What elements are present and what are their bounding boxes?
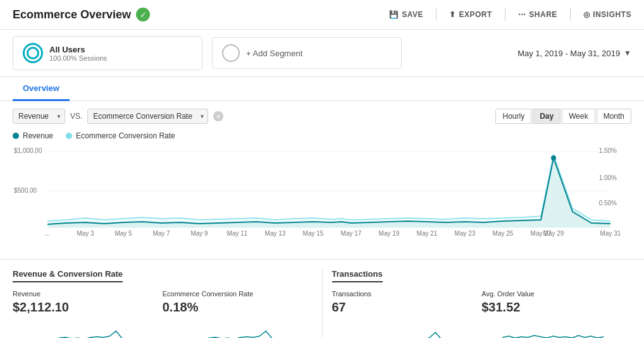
- save-icon: 💾: [389, 10, 399, 19]
- revenue-dot: [13, 133, 19, 139]
- metric1-select[interactable]: Revenue: [13, 109, 65, 124]
- svg-text:May 13: May 13: [265, 230, 286, 237]
- controls-left: Revenue VS. Ecommerce Conversion Rate ✕: [13, 109, 223, 124]
- mini-chart-avg-order: [481, 318, 625, 338]
- metric-revenue-value: $2,112.10: [13, 300, 156, 315]
- revenue-label: Revenue: [23, 131, 53, 140]
- save-button[interactable]: 💾 Save: [389, 10, 423, 19]
- svg-text:May 15: May 15: [303, 230, 324, 237]
- export-button[interactable]: ⬆ Export: [449, 10, 492, 19]
- segment-sub: 100.00% Sessions: [49, 54, 107, 62]
- metric-transactions-value: 67: [332, 300, 476, 315]
- header: Ecommerce Overview ✓ 💾 Save ⬆ Export ⋯ S…: [0, 0, 644, 30]
- legend-conversion: Ecommerce Conversion Rate: [66, 131, 175, 140]
- metric-conversion-value: 0.18%: [163, 300, 306, 315]
- metric1-wrapper: Revenue: [13, 109, 65, 124]
- week-button[interactable]: Week: [562, 109, 595, 124]
- svg-text:May 19: May 19: [379, 230, 400, 237]
- svg-text:May 3: May 3: [77, 230, 94, 237]
- svg-text:May 31: May 31: [600, 230, 621, 237]
- divider: [505, 8, 505, 21]
- summary-metrics-transactions: Transactions 67 Avg. Order Value $31.52: [332, 290, 632, 338]
- summary-group-revenue: Revenue & Conversion Rate Revenue $2,112…: [13, 269, 313, 338]
- metric-revenue-label: Revenue: [13, 290, 156, 298]
- add-segment-label: + Add Segment: [246, 49, 302, 58]
- add-segment-icon: [222, 44, 240, 62]
- tabs: Overview: [0, 77, 644, 101]
- summary-group-transactions: Transactions Transactions 67 Avg. Order …: [332, 269, 632, 338]
- time-buttons: Hourly Day Week Month: [495, 109, 631, 124]
- svg-point-10: [551, 155, 556, 160]
- date-range-picker[interactable]: May 1, 2019 - May 31, 2019 ▼: [517, 49, 631, 58]
- segments-bar: All Users 100.00% Sessions + Add Segment…: [0, 30, 644, 77]
- active-segment[interactable]: All Users 100.00% Sessions: [13, 36, 202, 70]
- vs-label: VS.: [70, 112, 82, 121]
- metric-transactions-label: Transactions: [332, 290, 476, 298]
- add-segment-button[interactable]: + Add Segment: [212, 37, 402, 69]
- svg-marker-8: [47, 155, 610, 227]
- page-title: Ecommerce Overview: [13, 8, 131, 21]
- svg-text:May 9: May 9: [190, 230, 208, 237]
- hourly-button[interactable]: Hourly: [495, 109, 531, 124]
- metric2-wrapper: Ecommerce Conversion Rate: [87, 109, 208, 124]
- svg-text:1.50%: 1.50%: [599, 147, 617, 154]
- conversion-dot: [66, 133, 72, 139]
- metric-avg-order-value: $31.52: [481, 300, 625, 315]
- metric-avg-order: Avg. Order Value $31.52: [481, 290, 631, 338]
- metric-conversion-label: Ecommerce Conversion Rate: [163, 290, 306, 298]
- svg-text:May 7: May 7: [152, 230, 170, 237]
- day-button[interactable]: Day: [533, 109, 560, 124]
- svg-text:May 23: May 23: [455, 230, 476, 237]
- mini-chart-revenue: [13, 318, 156, 338]
- metric-revenue: Revenue $2,112.10: [13, 290, 163, 338]
- insights-button[interactable]: ◎ Insights: [583, 10, 631, 19]
- segment-circle-inner: [27, 47, 39, 59]
- group-title-transactions: Transactions: [332, 269, 383, 282]
- summary-section: Revenue & Conversion Rate Revenue $2,112…: [0, 259, 644, 338]
- segment-info: All Users 100.00% Sessions: [49, 45, 107, 62]
- metric2-select[interactable]: Ecommerce Conversion Rate: [87, 109, 208, 124]
- header-left: Ecommerce Overview ✓: [13, 8, 150, 21]
- controls-row: Revenue VS. Ecommerce Conversion Rate ✕ …: [0, 101, 644, 131]
- svg-text:1.00%: 1.00%: [599, 174, 617, 181]
- svg-text:May 17: May 17: [341, 230, 362, 237]
- svg-text:May 21: May 21: [417, 230, 438, 237]
- mini-chart-transactions: [332, 318, 476, 338]
- header-actions: 💾 Save ⬆ Export ⋯ Share ◎ Insights: [389, 8, 631, 21]
- svg-text:...: ...: [45, 230, 50, 237]
- mini-chart-conversion: [163, 318, 306, 338]
- divider: [436, 8, 437, 21]
- svg-text:$1,000.00: $1,000.00: [14, 147, 42, 154]
- svg-text:May 11: May 11: [227, 230, 248, 237]
- chart-container: $1,000.00 $500.00 1.50% 1.00% 0.50% ... …: [0, 145, 644, 256]
- metric-avg-order-label: Avg. Order Value: [481, 290, 625, 298]
- svg-text:$500.00: $500.00: [14, 187, 37, 194]
- share-button[interactable]: ⋯ Share: [518, 10, 557, 19]
- svg-text:May 29: May 29: [543, 230, 564, 237]
- segment-name: All Users: [49, 45, 107, 54]
- legend-revenue: Revenue: [13, 131, 53, 140]
- insights-icon: ◎: [583, 10, 590, 19]
- export-icon: ⬆: [449, 10, 456, 19]
- segment-icon: [23, 43, 43, 63]
- clear-button[interactable]: ✕: [213, 111, 223, 121]
- svg-text:May 5: May 5: [115, 230, 132, 237]
- conversion-label: Ecommerce Conversion Rate: [76, 131, 175, 140]
- share-icon: ⋯: [518, 10, 526, 19]
- main-chart: $1,000.00 $500.00 1.50% 1.00% 0.50% ... …: [13, 145, 631, 237]
- metric-conversion: Ecommerce Conversion Rate 0.18%: [163, 290, 313, 338]
- chart-legend: Revenue Ecommerce Conversion Rate: [0, 131, 644, 145]
- chevron-down-icon: ▼: [624, 49, 631, 57]
- summary-metrics-revenue: Revenue $2,112.10 Ecommerce Conversion R…: [13, 290, 313, 338]
- metric-transactions: Transactions 67: [332, 290, 482, 338]
- svg-text:0.50%: 0.50%: [599, 200, 617, 207]
- summary-groups: Revenue & Conversion Rate Revenue $2,112…: [13, 269, 631, 338]
- month-button[interactable]: Month: [597, 109, 631, 124]
- tab-overview[interactable]: Overview: [13, 77, 70, 101]
- verified-icon: ✓: [136, 8, 150, 21]
- divider: [570, 8, 571, 21]
- svg-text:May 25: May 25: [493, 230, 514, 237]
- date-range-text: May 1, 2019 - May 31, 2019: [517, 49, 620, 58]
- summary-divider: [322, 269, 323, 338]
- group-title-revenue: Revenue & Conversion Rate: [13, 269, 123, 282]
